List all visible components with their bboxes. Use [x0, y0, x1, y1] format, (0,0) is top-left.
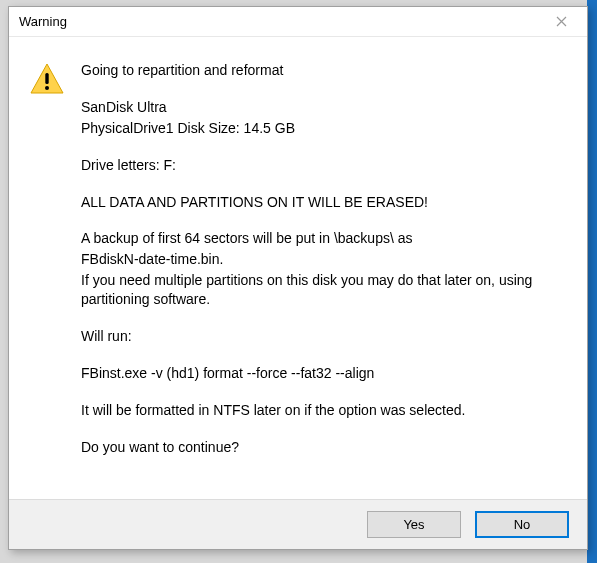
svg-rect-0 — [45, 73, 48, 84]
dialog-footer: Yes No — [9, 499, 587, 549]
ntfs-note: It will be formatted in NTFS later on if… — [81, 401, 567, 420]
warning-icon — [29, 61, 81, 97]
drive-letters: Drive letters: F: — [81, 156, 567, 175]
warning-dialog: Warning Going to repartition and reforma… — [8, 6, 588, 550]
device-name: SanDisk Ultra — [81, 98, 567, 117]
heading-text: Going to repartition and reformat — [81, 61, 567, 80]
dialog-body: Going to repartition and reformat SanDis… — [9, 37, 587, 499]
dialog-title: Warning — [19, 14, 67, 29]
erase-warning: ALL DATA AND PARTITIONS ON IT WILL BE ER… — [81, 193, 567, 212]
backup-line-3: If you need multiple partitions on this … — [81, 271, 567, 309]
icon-column — [29, 61, 81, 479]
backdrop — [587, 0, 597, 563]
close-button[interactable] — [543, 10, 579, 34]
drive-info: PhysicalDrive1 Disk Size: 14.5 GB — [81, 119, 567, 138]
confirm-prompt: Do you want to continue? — [81, 438, 567, 457]
yes-button[interactable]: Yes — [367, 511, 461, 538]
close-icon — [556, 16, 567, 27]
command-line: FBinst.exe -v (hd1) format --force --fat… — [81, 364, 567, 383]
will-run-label: Will run: — [81, 327, 567, 346]
backup-line-1: A backup of first 64 sectors will be put… — [81, 229, 567, 248]
message-column: Going to repartition and reformat SanDis… — [81, 61, 567, 479]
titlebar: Warning — [9, 7, 587, 37]
no-button[interactable]: No — [475, 511, 569, 538]
backup-line-2: FBdiskN-date-time.bin. — [81, 250, 567, 269]
svg-point-1 — [45, 86, 49, 90]
